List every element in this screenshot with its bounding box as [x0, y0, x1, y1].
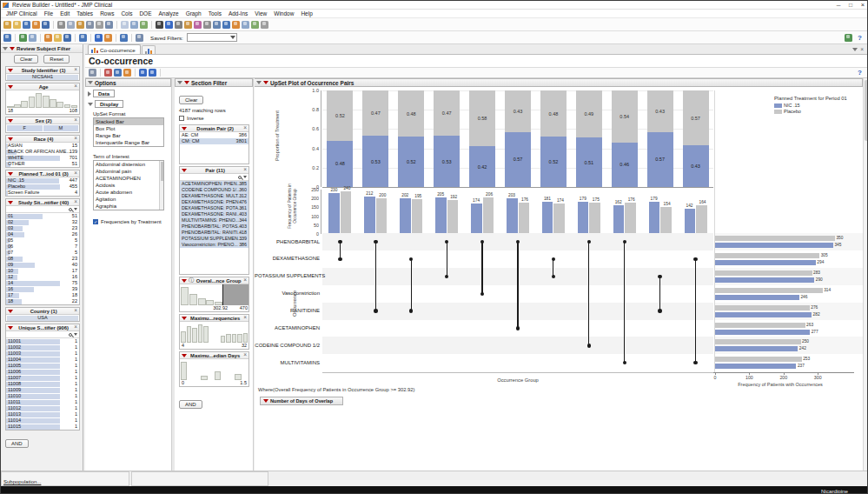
red-triangle-menu-icon[interactable] — [182, 317, 187, 320]
filter-row[interactable]: USA — [6, 315, 79, 321]
paste-icon[interactable] — [76, 21, 84, 29]
filter-row[interactable]: 110051 — [6, 363, 79, 369]
filter-row[interactable]: ACETAMINOPHEN: PHEN...385 — [180, 181, 248, 187]
section-and-button[interactable]: AND — [179, 400, 202, 409]
polygon-tool-icon[interactable] — [251, 21, 259, 29]
filter-row[interactable]: 110041 — [6, 357, 79, 363]
journal-icon[interactable] — [32, 21, 40, 29]
menu-tools[interactable]: Tools — [205, 10, 225, 17]
close-icon[interactable]: × — [74, 67, 77, 73]
histogram-bar[interactable] — [43, 96, 50, 108]
report-icon[interactable] — [44, 34, 52, 42]
close-icon[interactable]: × — [74, 136, 77, 142]
format-option-range-bar[interactable]: Range Bar — [94, 132, 163, 139]
display-node[interactable]: Display — [95, 100, 123, 108]
filter-row[interactable]: 110071 — [6, 375, 79, 381]
filter-option-m[interactable]: M — [43, 125, 79, 131]
section-filter-red-triangle-icon[interactable] — [184, 81, 189, 84]
filter-row[interactable]: PHENOBARBITAL: RANITI...418 — [180, 230, 248, 236]
close-icon[interactable]: × — [243, 277, 247, 284]
search-row[interactable] — [6, 331, 79, 338]
expand-icon[interactable] — [88, 91, 91, 97]
close-icon[interactable]: × — [74, 83, 77, 90]
filter-row[interactable]: 110081 — [6, 381, 79, 387]
filter-row[interactable]: 110101 — [6, 393, 79, 399]
panel-help-icon[interactable]: ? — [858, 69, 862, 77]
chevron-down-icon[interactable] — [74, 208, 77, 210]
frequencies-by-treatment-row[interactable]: ✓Frequencies by Treatment — [85, 210, 171, 224]
tab-new-section[interactable] — [142, 45, 156, 54]
vertical-scrollbar[interactable] — [863, 78, 868, 471]
red-triangle-menu-icon[interactable] — [182, 354, 187, 357]
filter-row[interactable]: DEXAMETHASONE: RANI...403 — [180, 211, 248, 217]
section-clear-button[interactable]: Clear — [179, 96, 203, 104]
term-option[interactable]: Agitation — [94, 196, 163, 203]
filter-row[interactable]: ASIAN15 — [6, 143, 79, 149]
menu-analyze[interactable]: Analyze — [156, 10, 182, 17]
red-triangle-menu-icon[interactable] — [10, 47, 15, 50]
and-button[interactable]: AND — [5, 439, 29, 448]
tab-co-occurrence[interactable]: Co-occurrence — [88, 44, 141, 54]
filter-icon[interactable] — [136, 34, 143, 42]
menu-view[interactable]: View — [251, 10, 270, 17]
histogram-bar[interactable] — [56, 102, 63, 108]
grabber-tool-icon[interactable] — [184, 21, 192, 29]
filter-row[interactable]: 1718 — [6, 292, 79, 298]
clear-button[interactable]: Clear — [14, 55, 38, 63]
section-filter-collapse-icon[interactable] — [177, 81, 182, 84]
close-icon[interactable]: × — [74, 117, 77, 124]
list-scrollbar[interactable] — [159, 161, 163, 210]
filter-row[interactable]: 110091 — [6, 387, 79, 393]
close-icon[interactable]: × — [74, 170, 77, 177]
toolbar-help-icon[interactable]: ? — [858, 34, 862, 42]
open-review-icon[interactable] — [54, 34, 62, 42]
script-group-icon[interactable] — [130, 21, 138, 29]
options-collapse-icon[interactable] — [88, 81, 93, 84]
subpopulation-link[interactable]: Subpopulation... — [3, 479, 41, 484]
filter-row[interactable]: 110141 — [6, 417, 79, 424]
search-row[interactable] — [180, 174, 248, 181]
filter-row[interactable]: 110131 — [6, 411, 79, 417]
minimize-button[interactable]: ─ — [832, 2, 845, 8]
menu-edit[interactable]: Edit — [56, 10, 73, 17]
filter-row[interactable]: NICSAH1 — [6, 74, 79, 80]
close-icon[interactable]: × — [74, 199, 77, 205]
filter-row[interactable]: 1639 — [6, 286, 79, 292]
filter-row[interactable]: MULTIVITAMINS: PHENO...344 — [180, 217, 248, 224]
histogram-bar[interactable] — [181, 287, 189, 305]
collapse-icon[interactable] — [88, 103, 93, 106]
menu-help[interactable]: Help — [297, 10, 315, 17]
filter-row[interactable]: 110021 — [6, 344, 79, 350]
reset-button[interactable]: Reset — [43, 55, 70, 63]
filter-row[interactable]: Screen Failure4 — [6, 190, 79, 196]
filter-row[interactable]: 110061 — [6, 369, 79, 375]
term-option[interactable]: Abdominal pain — [94, 168, 163, 175]
save-review-icon[interactable] — [63, 34, 71, 42]
filter-row[interactable]: 0940 — [6, 262, 79, 268]
filter-row[interactable]: 075 — [6, 250, 79, 256]
format-option-interquartile-range-bar[interactable]: Interquartile Range Bar — [94, 139, 163, 146]
filter-row[interactable]: Vasoconstriction: PHENO...386 — [180, 242, 248, 248]
annotate-tool-icon[interactable] — [232, 21, 240, 29]
red-triangle-menu-icon[interactable] — [8, 172, 13, 176]
new-report-icon[interactable] — [95, 34, 103, 42]
histogram-bar[interactable] — [226, 334, 231, 343]
inverse-row[interactable]: Inverse — [175, 113, 253, 123]
histogram-bar[interactable] — [29, 97, 36, 108]
filter-row[interactable]: 110111 — [6, 399, 79, 405]
chevron-down-icon[interactable] — [74, 333, 77, 336]
copy-icon[interactable] — [67, 21, 75, 29]
histogram-bar[interactable] — [181, 362, 187, 380]
data-node[interactable]: Data — [93, 90, 115, 97]
lock-icon[interactable] — [96, 21, 103, 29]
menu-window[interactable]: Window — [270, 10, 297, 17]
filter-row[interactable]: 0426 — [6, 231, 79, 237]
export-report-icon[interactable] — [89, 69, 96, 77]
filter-row[interactable]: AE: CM386 — [180, 132, 248, 138]
menu-doe[interactable]: DOE — [136, 10, 155, 17]
menu-cols[interactable]: Cols — [117, 10, 136, 17]
close-icon[interactable]: × — [74, 308, 77, 314]
open-file-icon[interactable] — [13, 21, 21, 29]
filter-row[interactable]: 110121 — [6, 405, 79, 411]
format-option-box-plot[interactable]: Box Plot — [94, 125, 163, 132]
